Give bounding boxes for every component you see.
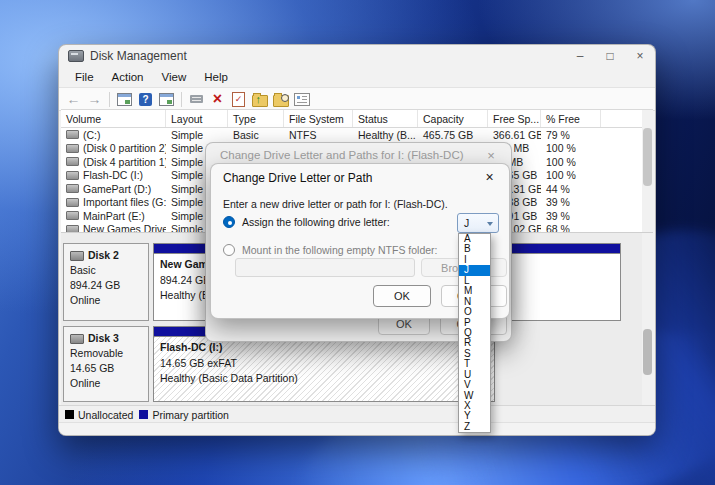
table-cell: 100 % <box>541 169 601 181</box>
volume-icon <box>66 171 79 180</box>
drive-letter-option-O[interactable]: O <box>459 307 490 317</box>
menu-file[interactable]: File <box>66 69 103 85</box>
volume-name: MainPart (E:) <box>83 210 145 222</box>
toolbar-separator <box>181 92 182 107</box>
volume-name-cell: (Disk 4 partition 1) <box>61 156 166 168</box>
action-window-icon[interactable] <box>158 91 175 107</box>
column-header[interactable]: Free Sp... <box>488 110 541 127</box>
drive-letter-option-V[interactable]: V <box>459 380 490 390</box>
volume-list-header: VolumeLayoutTypeFile SystemStatusCapacit… <box>61 110 653 128</box>
scrollbar-thumb[interactable] <box>643 329 652 375</box>
dialog-prompt: Enter a new drive letter or path for I: … <box>223 198 448 210</box>
volume-name-cell: (C:) <box>61 129 166 141</box>
graph-scrollbar[interactable] <box>642 233 653 406</box>
volume-name: Important files (G:) <box>83 196 166 208</box>
mount-folder-radio[interactable] <box>223 244 235 256</box>
drive-letter-dropdown-list: ABIJLMNOPQRSTUVWXYZ <box>458 233 491 433</box>
disk-size: 14.65 GB <box>70 361 148 376</box>
volume-list-scrollbar[interactable] <box>642 110 653 233</box>
folder-up-icon[interactable] <box>251 91 268 107</box>
legend-label: Primary partition <box>152 409 228 421</box>
column-header[interactable]: % Free <box>541 110 601 127</box>
title-bar[interactable]: Disk Management –□× <box>59 45 655 67</box>
partition-title: Flash-DC (I:) <box>160 340 494 356</box>
disk-size: 894.24 GB <box>70 278 148 293</box>
column-header[interactable]: Status <box>353 110 418 127</box>
table-cell: 44 % <box>541 183 601 195</box>
toolbar-separator <box>109 92 110 107</box>
table-cell: Simple <box>166 129 228 141</box>
volume-name-cell: MainPart (E:) <box>61 210 166 222</box>
column-header[interactable]: Capacity <box>418 110 488 127</box>
disk-status: Online <box>70 293 148 308</box>
forward-icon[interactable] <box>86 91 103 107</box>
folder-search-icon[interactable] <box>272 91 289 107</box>
table-cell: 100 % <box>541 142 601 154</box>
menu-bar: FileActionViewHelp <box>59 67 655 87</box>
properties-check-icon[interactable]: ✓ <box>230 91 247 107</box>
volume-name-cell: Important files (G:) <box>61 196 166 208</box>
ok-button[interactable]: OK <box>373 285 431 307</box>
table-cell: 100 % <box>541 156 601 168</box>
selected-drive-letter: J <box>464 217 469 229</box>
column-header[interactable]: File System <box>284 110 353 127</box>
menu-action[interactable]: Action <box>103 69 153 85</box>
status-area <box>59 422 655 435</box>
disk-info-panel[interactable]: Disk 3Removable14.65 GBOnline <box>63 326 149 402</box>
disk-type: Basic <box>70 263 148 278</box>
console-window-icon[interactable] <box>116 91 133 107</box>
table-row[interactable]: (C:)SimpleBasicNTFSHealthy (B...465.75 G… <box>61 128 653 142</box>
chevron-down-icon <box>487 222 493 226</box>
assign-letter-radio[interactable] <box>223 216 235 228</box>
volume-name: (C:) <box>83 129 101 141</box>
volume-icon <box>66 184 79 193</box>
disk-label: Disk 3 <box>88 331 119 346</box>
volume-icon <box>66 198 79 207</box>
maximize-icon[interactable]: □ <box>595 45 625 67</box>
volume-icon <box>66 157 79 166</box>
disk-label: Disk 2 <box>88 248 119 263</box>
column-header[interactable]: Volume <box>61 110 166 127</box>
table-cell: Basic <box>228 129 284 141</box>
popup-menu-icon[interactable] <box>188 91 205 107</box>
mount-folder-label: Mount in the following empty NTFS folder… <box>242 244 438 256</box>
close-icon[interactable]: × <box>625 45 655 67</box>
disk-type: Removable <box>70 346 148 361</box>
column-header[interactable]: Layout <box>166 110 228 127</box>
details-view-icon[interactable] <box>293 91 310 107</box>
disk-status: Online <box>70 376 148 391</box>
legend-item: Unallocated <box>65 409 133 421</box>
partition-text: Flash-DC (I:)14.65 GB exFATHealthy (Basi… <box>154 337 494 387</box>
mount-path-input[interactable] <box>235 258 415 277</box>
disk-info-panel[interactable]: Disk 2Basic894.24 GBOnline <box>63 243 149 321</box>
volume-name-cell: GamePart (D:) <box>61 183 166 195</box>
menu-help[interactable]: Help <box>195 69 237 85</box>
table-cell: 39 % <box>541 196 601 208</box>
legend-label: Unallocated <box>78 409 133 421</box>
table-cell: NTFS <box>284 129 353 141</box>
help-icon[interactable]: ? <box>137 91 154 107</box>
menu-view[interactable]: View <box>153 69 196 85</box>
close-icon[interactable]: × <box>481 146 501 164</box>
minimize-icon[interactable]: – <box>565 45 595 67</box>
column-header[interactable]: Type <box>228 110 284 127</box>
back-icon[interactable] <box>65 91 82 107</box>
table-cell: 79 % <box>541 129 601 141</box>
close-icon[interactable]: × <box>479 168 500 186</box>
scrollbar-thumb[interactable] <box>643 128 652 186</box>
drive-letter-option-Z[interactable]: Z <box>459 422 490 432</box>
dialog-title: Change Drive Letter and Paths for I: (Fl… <box>220 149 464 161</box>
legend-color-swatch <box>65 410 74 419</box>
disk-name: Disk 3 <box>70 331 148 346</box>
volume-icon <box>66 144 79 153</box>
volume-name: (Disk 0 partition 2) <box>83 142 166 154</box>
disk-icon <box>70 251 84 261</box>
toolbar: ?✓ <box>59 87 655 111</box>
volume-icon <box>66 130 79 139</box>
assign-letter-label: Assign the following drive letter: <box>242 216 390 228</box>
drive-letter-combobox[interactable]: J <box>457 213 499 233</box>
delete-volume-icon[interactable] <box>209 91 226 107</box>
disk-management-app-icon <box>68 50 84 62</box>
dialog-title: Change Drive Letter or Path <box>223 171 372 185</box>
table-cell: 465.75 GB <box>418 129 488 141</box>
